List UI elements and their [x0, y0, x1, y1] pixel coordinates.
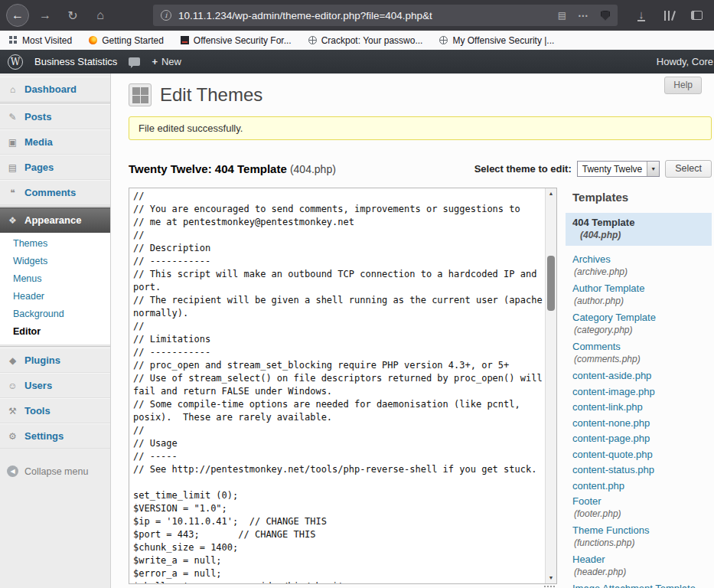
template-item[interactable]: content.php [572, 480, 712, 492]
template-item[interactable]: content-image.php [572, 386, 712, 398]
vertical-scrollbar[interactable]: ▲ ▼ [545, 188, 556, 583]
sidebar-item-tools[interactable]: ⚒Tools [0, 398, 110, 423]
plus-icon: + [152, 56, 158, 67]
bookmark-item[interactable]: Crackpot: Your passwo... [308, 35, 423, 46]
template-file: (author.php) [572, 295, 712, 307]
shield-icon[interactable] [601, 11, 610, 21]
sidebar-item-comments[interactable]: ❝Comments [0, 180, 110, 205]
template-item[interactable]: Header(header.php) [572, 554, 712, 578]
template-item[interactable]: Footer(footer.php) [572, 495, 712, 520]
template-item[interactable]: Image Attachment Template(image.php) [572, 583, 712, 588]
submenu-item-widgets[interactable]: Widgets [0, 253, 110, 270]
template-item[interactable]: content-none.php [572, 417, 712, 430]
template-item[interactable]: content-quote.php [572, 449, 712, 461]
sidebar-item-pages[interactable]: ▤Pages [0, 155, 110, 180]
template-name[interactable]: content-quote.php [572, 449, 712, 461]
reload-button[interactable]: ↻ [61, 4, 84, 27]
template-name[interactable]: Archives [572, 253, 712, 266]
template-name[interactable]: Theme Functions [572, 524, 712, 537]
new-label: New [161, 56, 181, 67]
site-name-link[interactable]: Business Statistics [34, 56, 117, 67]
template-item[interactable]: Category Template(category.php) [572, 312, 712, 336]
template-name[interactable]: content.php [572, 480, 712, 492]
submenu-item-menus[interactable]: Menus [0, 270, 110, 288]
comments-bubble-icon[interactable] [129, 57, 140, 66]
globe-icon [439, 36, 448, 44]
reader-mode-icon[interactable]: ▤ [558, 10, 566, 21]
sidebar-item-posts[interactable]: ✎Posts [0, 104, 110, 129]
template-item[interactable]: content-status.php [572, 464, 712, 476]
template-name[interactable]: content-link.php [572, 401, 712, 413]
bookmark-label: Offensive Security For... [194, 35, 292, 46]
sidebar-toggle-button[interactable] [685, 4, 708, 27]
theme-row: Twenty Twelve: 404 Template (404.php) Se… [129, 160, 712, 178]
editor-row: // // You are encouraged to send comment… [129, 188, 712, 588]
forward-button[interactable]: → [34, 4, 57, 27]
template-name[interactable]: content-aside.php [572, 370, 712, 382]
template-name[interactable]: Header [572, 554, 712, 566]
sidebar-item-settings[interactable]: ⚙Settings [0, 423, 110, 449]
resize-grip[interactable] [543, 585, 556, 588]
template-item[interactable]: Archives(archive.php) [572, 253, 712, 278]
submenu-item-header[interactable]: Header [0, 288, 110, 305]
template-name[interactable]: content-none.php [572, 417, 712, 430]
theme-select-dropdown[interactable]: Twenty Twelve ▼ [577, 161, 660, 177]
template-name[interactable]: Author Template [572, 283, 712, 295]
page-actions-icon[interactable]: ⋯ [578, 9, 589, 21]
bookmark-item[interactable]: Most Visited [9, 35, 72, 46]
sidebar-item-appearance[interactable]: ❖Appearance [0, 207, 110, 233]
template-item[interactable]: 404 Template(404.php) [566, 213, 712, 246]
download-button[interactable]: ↓ [630, 4, 653, 27]
template-name[interactable]: content-image.php [572, 386, 712, 398]
bookmark-label: My Offensive Security |... [452, 35, 554, 46]
site-info-icon[interactable]: i [161, 10, 171, 21]
template-name[interactable]: Comments [572, 341, 712, 353]
code-textarea[interactable]: // // You are encouraged to send comment… [129, 188, 545, 583]
template-item[interactable]: Theme Functions(functions.php) [572, 524, 712, 549]
scroll-down-icon[interactable]: ▼ [546, 573, 556, 583]
help-button[interactable]: Help [664, 77, 702, 94]
sidebar-item-dashboard[interactable]: ⌂Dashboard [0, 77, 110, 102]
sidebar-item-plugins[interactable]: ◆Plugins [0, 348, 110, 373]
appearance-icon: ❖ [7, 215, 18, 226]
edit-themes-icon [129, 83, 152, 106]
template-name[interactable]: Category Template [572, 312, 712, 324]
url-bar[interactable]: i 10.11.1.234/wp-admin/theme-editor.php?… [153, 5, 618, 26]
template-item[interactable]: content-aside.php [572, 370, 712, 382]
template-name[interactable]: content-page.php [572, 433, 712, 445]
howdy-account-link[interactable]: Howdy, Core [657, 56, 714, 67]
users-icon: ☺ [7, 381, 18, 391]
wordpress-logo-icon[interactable]: W [8, 54, 23, 70]
template-item[interactable]: Comments(comments.php) [572, 341, 712, 365]
template-name[interactable]: Image Attachment Template [572, 583, 712, 588]
home-button[interactable]: ⌂ [89, 4, 112, 27]
scrollbar-thumb[interactable] [547, 256, 555, 311]
sidebar-item-media[interactable]: ▣Media [0, 129, 110, 155]
submenu-item-themes[interactable]: Themes [0, 235, 110, 253]
sidebar-item-collapse-menu[interactable]: ◀Collapse menu [0, 459, 110, 483]
url-text[interactable]: 10.11.1.234/wp-admin/theme-editor.php?fi… [178, 10, 558, 21]
template-name[interactable]: content-status.php [572, 464, 712, 476]
sidebar-item-users[interactable]: ☺Users [0, 373, 110, 398]
back-button[interactable]: ← [6, 4, 29, 27]
submenu-item-editor[interactable]: Editor [0, 323, 110, 341]
new-content-button[interactable]: + New [152, 56, 181, 67]
template-item[interactable]: Author Template(author.php) [572, 283, 712, 307]
appearance-submenu: ThemesWidgetsMenusHeaderBackgroundEditor [0, 233, 110, 345]
dropdown-arrow-icon: ▼ [647, 162, 659, 176]
submenu-item-background[interactable]: Background [0, 305, 110, 323]
template-item[interactable]: content-link.php [572, 401, 712, 413]
template-name[interactable]: Footer [572, 495, 712, 508]
select-theme-button[interactable]: Select [665, 160, 712, 178]
bookmark-item[interactable]: My Offensive Security |... [439, 35, 554, 46]
template-item[interactable]: content-page.php [572, 433, 712, 445]
bookmark-item[interactable]: Offensive Security For... [181, 35, 292, 46]
template-file: (comments.php) [572, 353, 712, 365]
scroll-up-icon[interactable]: ▲ [546, 189, 556, 198]
template-name[interactable]: 404 Template [572, 217, 705, 229]
template-file: (functions.php) [572, 537, 712, 549]
library-button[interactable] [657, 4, 680, 27]
template-file: (archive.php) [572, 266, 712, 278]
bookmark-item[interactable]: Getting Started [89, 35, 164, 46]
sidebar-item-label: Users [24, 380, 52, 391]
